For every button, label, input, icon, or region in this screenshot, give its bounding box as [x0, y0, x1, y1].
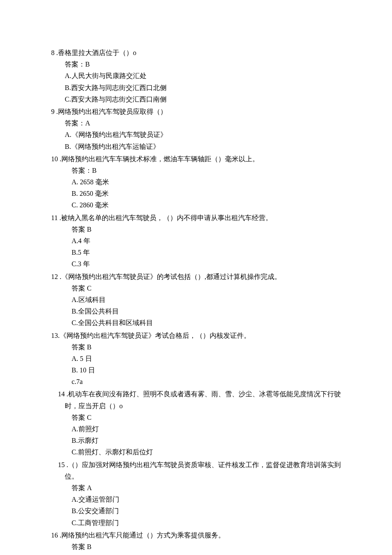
option-a: A.区域科目: [51, 294, 341, 305]
option-a: A.人民大街与民康路交汇处: [51, 70, 341, 81]
option-a: A.《网络预约出租汽车驾驶员证》: [51, 129, 341, 140]
option-c: C.3 年: [51, 258, 341, 270]
question-text: 12 .《网络预约出租汽车驾驶员证》的考试包括（）,都通过计算机操作完成。: [51, 271, 341, 282]
answer-label: 答案 B: [51, 541, 341, 552]
option-c: c.7a: [51, 376, 341, 387]
question-body: 网络预约出租汽车驾驶员应取得（）: [58, 108, 167, 115]
question-text: 16 .网络预约出租汽车只能通过（）方式为乘客提供服务。: [51, 529, 341, 541]
question-body: 机动车在夜间没有路灯、照明不良或者遇有雾、雨、雪、沙尘、冰雹等低能见度情况下行驶…: [65, 390, 341, 409]
question-sep: .: [65, 390, 68, 398]
option-c: C.工商管理部门: [51, 517, 341, 529]
question-number: 9: [51, 108, 55, 115]
question-number: 13.: [51, 332, 60, 339]
option-a: A. 2658 毫米: [51, 176, 341, 188]
answer-label: 答案 C: [51, 282, 341, 294]
question-number: 10: [51, 155, 58, 163]
option-a: A.交通运管部门: [51, 494, 341, 505]
answer-label: 答案：B: [51, 58, 341, 70]
question-text: 11 .被纳入黑名单的出租汽车驾驶员，（）内不得申请从事出租汽车经营。: [51, 212, 341, 224]
option-b: B.《网络预约出租汽车运输证》: [51, 141, 341, 152]
option-c: C. 2860 毫米: [51, 199, 341, 211]
question-number: 11: [51, 214, 58, 221]
question-text: 14 .机动车在夜间没有路灯、照明不良或者遇有雾、雨、雪、沙尘、冰雹等低能见度情…: [58, 388, 341, 411]
question-number: 16: [51, 532, 58, 539]
answer-label: 答案 C: [51, 412, 341, 423]
question-text: 8 .香格里拉大酒店位于（）o: [51, 47, 341, 58]
question-sep: .: [58, 155, 61, 163]
question-13: 13.《网络预约出租汽车驾驶员证》考试合格后，（）内核发证件。 答案 B A. …: [51, 330, 341, 388]
question-16: 16 .网络预约出租汽车只能通过（）方式为乘客提供服务。 答案 B: [51, 529, 341, 552]
question-body: 《网络预约出租汽车驾驶员证》考试合格后，（）内核发证件。: [60, 332, 251, 339]
question-body: 被纳入黑名单的出租汽车驾驶员，（）内不得申请从事出租汽车经营。: [61, 214, 272, 221]
option-a: A.4 年: [51, 235, 341, 247]
question-sep: .: [65, 461, 68, 468]
question-number: 15: [58, 461, 65, 468]
question-number: 12: [51, 273, 58, 280]
question-14: 14 .机动车在夜间没有路灯、照明不良或者遇有雾、雨、雪、沙尘、冰雹等低能见度情…: [51, 388, 341, 458]
question-text: 15 .（）应加强对网络预约出租汽车驾驶员资质审核、证件核发工作，监督促进教育培…: [58, 459, 341, 482]
question-8: 8 .香格里拉大酒店位于（）o 答案：B A.人民大街与民康路交汇处 B.西安大…: [51, 47, 341, 105]
option-b: B.西安大路与同志街交汇西口北侧: [51, 82, 341, 93]
option-b: B.全国公共科目: [51, 305, 341, 317]
option-b: B. 2650 毫米: [51, 188, 341, 199]
option-c: C.全国公共科目和区域科目: [51, 317, 341, 328]
question-15: 15 .（）应加强对网络预约出租汽车驾驶员资质审核、证件核发工作，监督促进教育培…: [51, 459, 341, 529]
question-sep: .: [55, 108, 58, 115]
answer-label: 答案 A: [51, 482, 341, 494]
option-b: B.5 年: [51, 247, 341, 258]
question-sep: .: [58, 532, 61, 539]
question-text: 13.《网络预约出租汽车驾驶员证》考试合格后，（）内核发证件。: [51, 330, 341, 341]
answer-label: 答案：A: [51, 117, 341, 129]
question-sep: .: [55, 49, 58, 56]
question-number: 8: [51, 49, 55, 56]
question-11: 11 .被纳入黑名单的出租汽车驾驶员，（）内不得申请从事出租汽车经营。 答案 B…: [51, 212, 341, 270]
question-12: 12 .《网络预约出租汽车驾驶员证》的考试包括（）,都通过计算机操作完成。 答案…: [51, 271, 341, 329]
question-sep: .: [58, 273, 61, 280]
question-10: 10 .网络预约出租汽车车辆技术标准，燃油车车辆轴距（）毫米以上。 答案：B A…: [51, 153, 341, 211]
option-b: B. 10 日: [51, 364, 341, 376]
option-a: A.前照灯: [51, 423, 341, 435]
question-body: 网络预约出租汽车车辆技术标准，燃油车车辆轴距（）毫米以上。: [61, 155, 259, 163]
question-body: 《网络预约出租汽车驾驶员证》的考试包括（）,都通过计算机操作完成。: [61, 273, 281, 280]
question-text: 9 .网络预约出租汽车驾驶员应取得（）: [51, 106, 341, 117]
answer-label: 答案：B: [51, 165, 341, 176]
option-b: B.公安交通部门: [51, 505, 341, 517]
question-body: 香格里拉大酒店位于（）o: [58, 49, 136, 56]
question-text: 10 .网络预约出租汽车车辆技术标准，燃油车车辆轴距（）毫米以上。: [51, 153, 341, 165]
question-number: 14: [58, 390, 65, 398]
option-a: A. 5 日: [51, 353, 341, 364]
question-9: 9 .网络预约出租汽车驾驶员应取得（） 答案：A A.《网络预约出租汽车驾驶员证…: [51, 106, 341, 152]
document-page: 8 .香格里拉大酒店位于（）o 答案：B A.人民大街与民康路交汇处 B.西安大…: [0, 0, 392, 555]
question-body: （）应加强对网络预约出租汽车驾驶员资质审核、证件核发工作，监督促进教育培训落实到…: [65, 461, 341, 480]
answer-label: 答案 B: [51, 341, 341, 353]
option-b: B.示廓灯: [51, 435, 341, 446]
option-c: C.西安大路与同志街交汇西口南侧: [51, 93, 341, 105]
question-body: 网络预约出租汽车只能通过（）方式为乘客提供服务。: [61, 532, 225, 539]
answer-label: 答案 B: [51, 224, 341, 235]
option-c: C.前照灯、示廓灯和后位灯: [51, 446, 341, 458]
